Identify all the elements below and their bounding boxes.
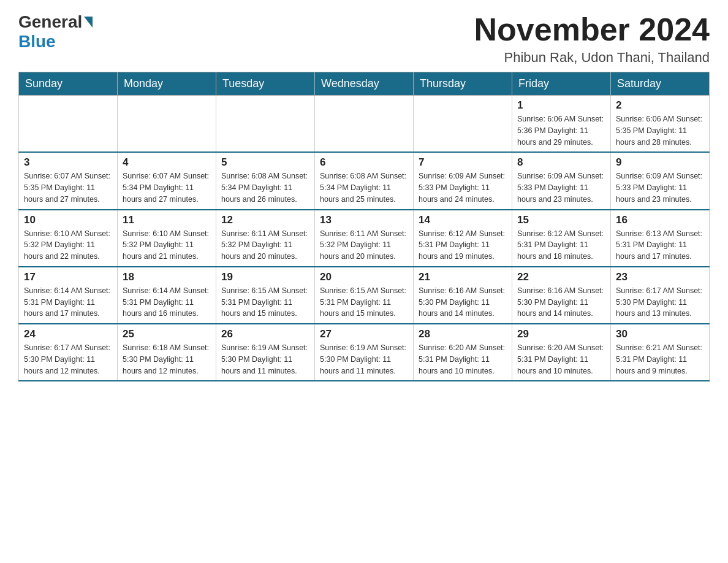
weekday-header-thursday: Thursday bbox=[414, 72, 512, 96]
day-number: 13 bbox=[320, 214, 408, 226]
calendar-cell bbox=[414, 96, 512, 153]
logo-arrow-icon bbox=[84, 17, 93, 28]
logo-blue-text: Blue bbox=[18, 32, 56, 51]
day-number: 14 bbox=[419, 214, 507, 226]
calendar-cell: 28Sunrise: 6:20 AM Sunset: 5:31 PM Dayli… bbox=[414, 324, 512, 381]
day-number: 17 bbox=[24, 271, 112, 283]
day-number: 1 bbox=[517, 99, 605, 112]
calendar-cell: 29Sunrise: 6:20 AM Sunset: 5:31 PM Dayli… bbox=[512, 324, 611, 381]
calendar-week-row: 1Sunrise: 6:06 AM Sunset: 5:36 PM Daylig… bbox=[19, 96, 710, 153]
calendar-cell: 5Sunrise: 6:08 AM Sunset: 5:34 PM Daylig… bbox=[216, 152, 315, 209]
day-info: Sunrise: 6:15 AM Sunset: 5:31 PM Dayligh… bbox=[320, 285, 408, 320]
calendar-cell: 16Sunrise: 6:13 AM Sunset: 5:31 PM Dayli… bbox=[611, 210, 710, 267]
calendar-cell: 14Sunrise: 6:12 AM Sunset: 5:31 PM Dayli… bbox=[414, 210, 512, 267]
day-number: 3 bbox=[24, 156, 112, 169]
day-info: Sunrise: 6:11 AM Sunset: 5:32 PM Dayligh… bbox=[221, 228, 309, 262]
calendar-cell bbox=[19, 96, 118, 153]
calendar-cell: 24Sunrise: 6:17 AM Sunset: 5:30 PM Dayli… bbox=[19, 324, 118, 381]
calendar-cell bbox=[118, 96, 216, 153]
weekday-header-sunday: Sunday bbox=[19, 72, 118, 96]
day-info: Sunrise: 6:09 AM Sunset: 5:33 PM Dayligh… bbox=[517, 170, 605, 205]
day-info: Sunrise: 6:06 AM Sunset: 5:35 PM Dayligh… bbox=[616, 113, 704, 148]
day-number: 19 bbox=[221, 271, 309, 283]
day-info: Sunrise: 6:14 AM Sunset: 5:31 PM Dayligh… bbox=[123, 285, 211, 320]
day-number: 7 bbox=[419, 156, 507, 169]
day-info: Sunrise: 6:09 AM Sunset: 5:33 PM Dayligh… bbox=[419, 170, 507, 205]
day-info: Sunrise: 6:19 AM Sunset: 5:30 PM Dayligh… bbox=[320, 342, 408, 377]
calendar-cell: 3Sunrise: 6:07 AM Sunset: 5:35 PM Daylig… bbox=[19, 152, 118, 209]
day-info: Sunrise: 6:16 AM Sunset: 5:30 PM Dayligh… bbox=[419, 285, 507, 320]
calendar-cell: 19Sunrise: 6:15 AM Sunset: 5:31 PM Dayli… bbox=[216, 267, 315, 324]
logo: General Blue bbox=[18, 12, 94, 52]
day-number: 5 bbox=[221, 156, 309, 169]
day-number: 25 bbox=[123, 328, 211, 340]
day-info: Sunrise: 6:07 AM Sunset: 5:34 PM Dayligh… bbox=[123, 170, 211, 205]
calendar-cell: 4Sunrise: 6:07 AM Sunset: 5:34 PM Daylig… bbox=[118, 152, 216, 209]
day-info: Sunrise: 6:12 AM Sunset: 5:31 PM Dayligh… bbox=[517, 228, 605, 262]
calendar-cell bbox=[216, 96, 315, 153]
day-info: Sunrise: 6:15 AM Sunset: 5:31 PM Dayligh… bbox=[221, 285, 309, 320]
calendar-cell: 7Sunrise: 6:09 AM Sunset: 5:33 PM Daylig… bbox=[414, 152, 512, 209]
location-title: Phibun Rak, Udon Thani, Thailand bbox=[474, 50, 710, 66]
calendar-week-row: 10Sunrise: 6:10 AM Sunset: 5:32 PM Dayli… bbox=[19, 210, 710, 267]
weekday-header-monday: Monday bbox=[118, 72, 216, 96]
day-info: Sunrise: 6:20 AM Sunset: 5:31 PM Dayligh… bbox=[517, 342, 605, 377]
calendar-cell: 13Sunrise: 6:11 AM Sunset: 5:32 PM Dayli… bbox=[315, 210, 414, 267]
day-info: Sunrise: 6:16 AM Sunset: 5:30 PM Dayligh… bbox=[517, 285, 605, 320]
title-block: November 2024 Phibun Rak, Udon Thani, Th… bbox=[474, 12, 710, 66]
calendar-cell: 25Sunrise: 6:18 AM Sunset: 5:30 PM Dayli… bbox=[118, 324, 216, 381]
day-info: Sunrise: 6:14 AM Sunset: 5:31 PM Dayligh… bbox=[24, 285, 112, 320]
day-number: 6 bbox=[320, 156, 408, 169]
logo-general-text: General bbox=[18, 12, 82, 32]
calendar-cell: 30Sunrise: 6:21 AM Sunset: 5:31 PM Dayli… bbox=[611, 324, 710, 381]
calendar-cell: 23Sunrise: 6:17 AM Sunset: 5:30 PM Dayli… bbox=[611, 267, 710, 324]
calendar-cell: 22Sunrise: 6:16 AM Sunset: 5:30 PM Dayli… bbox=[512, 267, 611, 324]
day-info: Sunrise: 6:19 AM Sunset: 5:30 PM Dayligh… bbox=[221, 342, 309, 377]
day-info: Sunrise: 6:18 AM Sunset: 5:30 PM Dayligh… bbox=[123, 342, 211, 377]
day-number: 21 bbox=[419, 271, 507, 283]
day-number: 2 bbox=[616, 99, 704, 112]
calendar-week-row: 24Sunrise: 6:17 AM Sunset: 5:30 PM Dayli… bbox=[19, 324, 710, 381]
day-info: Sunrise: 6:13 AM Sunset: 5:31 PM Dayligh… bbox=[616, 228, 704, 262]
calendar-cell: 11Sunrise: 6:10 AM Sunset: 5:32 PM Dayli… bbox=[118, 210, 216, 267]
calendar-cell: 1Sunrise: 6:06 AM Sunset: 5:36 PM Daylig… bbox=[512, 96, 611, 153]
day-number: 27 bbox=[320, 328, 408, 340]
calendar-cell: 6Sunrise: 6:08 AM Sunset: 5:34 PM Daylig… bbox=[315, 152, 414, 209]
day-number: 22 bbox=[517, 271, 605, 283]
day-number: 4 bbox=[123, 156, 211, 169]
day-number: 9 bbox=[616, 156, 704, 169]
calendar-cell: 27Sunrise: 6:19 AM Sunset: 5:30 PM Dayli… bbox=[315, 324, 414, 381]
month-title: November 2024 bbox=[474, 12, 710, 47]
calendar-cell: 17Sunrise: 6:14 AM Sunset: 5:31 PM Dayli… bbox=[19, 267, 118, 324]
day-number: 24 bbox=[24, 328, 112, 340]
day-number: 29 bbox=[517, 328, 605, 340]
day-number: 23 bbox=[616, 271, 704, 283]
calendar-cell: 8Sunrise: 6:09 AM Sunset: 5:33 PM Daylig… bbox=[512, 152, 611, 209]
day-info: Sunrise: 6:17 AM Sunset: 5:30 PM Dayligh… bbox=[24, 342, 112, 377]
calendar-cell: 15Sunrise: 6:12 AM Sunset: 5:31 PM Dayli… bbox=[512, 210, 611, 267]
calendar-cell: 26Sunrise: 6:19 AM Sunset: 5:30 PM Dayli… bbox=[216, 324, 315, 381]
calendar-table: SundayMondayTuesdayWednesdayThursdayFrid… bbox=[18, 72, 710, 381]
page-header: General Blue November 2024 Phibun Rak, U… bbox=[18, 12, 710, 66]
day-info: Sunrise: 6:07 AM Sunset: 5:35 PM Dayligh… bbox=[24, 170, 112, 205]
calendar-cell: 18Sunrise: 6:14 AM Sunset: 5:31 PM Dayli… bbox=[118, 267, 216, 324]
day-info: Sunrise: 6:20 AM Sunset: 5:31 PM Dayligh… bbox=[419, 342, 507, 377]
weekday-header-saturday: Saturday bbox=[611, 72, 710, 96]
day-info: Sunrise: 6:09 AM Sunset: 5:33 PM Dayligh… bbox=[616, 170, 704, 205]
calendar-cell: 20Sunrise: 6:15 AM Sunset: 5:31 PM Dayli… bbox=[315, 267, 414, 324]
calendar-week-row: 3Sunrise: 6:07 AM Sunset: 5:35 PM Daylig… bbox=[19, 152, 710, 209]
weekday-header-tuesday: Tuesday bbox=[216, 72, 315, 96]
day-info: Sunrise: 6:17 AM Sunset: 5:30 PM Dayligh… bbox=[616, 285, 704, 320]
weekday-header-wednesday: Wednesday bbox=[315, 72, 414, 96]
day-number: 10 bbox=[24, 214, 112, 226]
day-info: Sunrise: 6:08 AM Sunset: 5:34 PM Dayligh… bbox=[221, 170, 309, 205]
day-info: Sunrise: 6:06 AM Sunset: 5:36 PM Dayligh… bbox=[517, 113, 605, 148]
day-number: 30 bbox=[616, 328, 704, 340]
calendar-week-row: 17Sunrise: 6:14 AM Sunset: 5:31 PM Dayli… bbox=[19, 267, 710, 324]
calendar-cell: 12Sunrise: 6:11 AM Sunset: 5:32 PM Dayli… bbox=[216, 210, 315, 267]
calendar-header-row: SundayMondayTuesdayWednesdayThursdayFrid… bbox=[19, 72, 710, 96]
day-info: Sunrise: 6:10 AM Sunset: 5:32 PM Dayligh… bbox=[24, 228, 112, 262]
day-info: Sunrise: 6:11 AM Sunset: 5:32 PM Dayligh… bbox=[320, 228, 408, 262]
day-number: 11 bbox=[123, 214, 211, 226]
day-number: 26 bbox=[221, 328, 309, 340]
